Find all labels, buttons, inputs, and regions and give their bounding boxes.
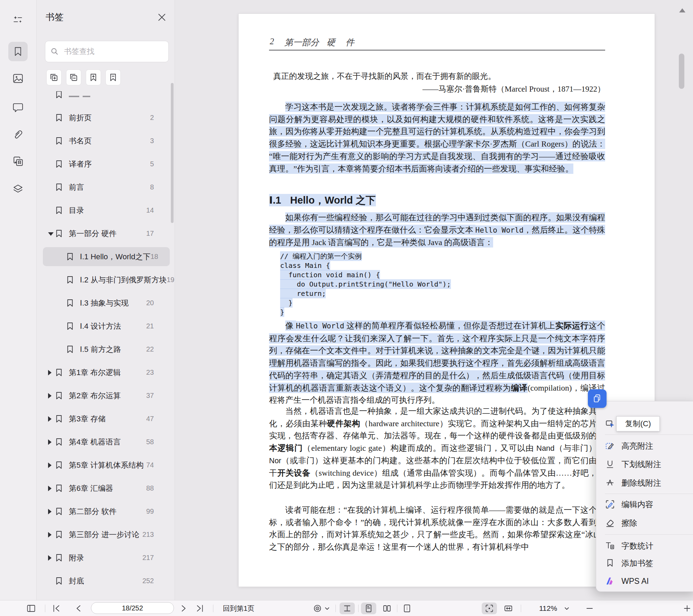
chevron-right-icon[interactable] <box>48 509 52 514</box>
collapse-all-button[interactable] <box>66 69 81 85</box>
menu-item-highlight-annotation[interactable]: 高亮附注 <box>596 438 693 454</box>
bookmark-item[interactable]: 第一部分 硬件17 <box>37 222 175 245</box>
bookmark-list-viewport: 前折页2书名页3译者序5前言8目录14第一部分 硬件17Ⅰ.1 Hello，Wo… <box>37 91 175 589</box>
zoom-chevron-icon[interactable] <box>564 600 570 616</box>
chevron-right-icon[interactable] <box>48 532 52 538</box>
menu-item-edit-content[interactable]: 编辑内容 <box>596 497 693 512</box>
comments-panel-icon[interactable] <box>8 98 28 117</box>
first-page-button[interactable] <box>51 600 62 616</box>
single-page-view-button[interactable] <box>361 603 376 614</box>
menu-item-add-bookmark[interactable]: 添加书签 <box>596 556 693 571</box>
continuous-scroll-button[interactable] <box>401 600 413 616</box>
paragraph-2: 如果你有一些编程经验，那么可能在过往的学习中遇到过类似下面的程序。如果没有编程经… <box>269 212 605 249</box>
back-to-first-page-button[interactable]: 回到第1页 <box>221 600 256 616</box>
zoom-out-button[interactable] <box>584 600 595 616</box>
bookmark-label: 附录 <box>69 553 84 563</box>
bookmark-search-box[interactable] <box>45 41 169 62</box>
bookmark-icon <box>65 345 75 354</box>
bookmark-item[interactable]: 第三部分 进一步讨论213 <box>37 523 175 546</box>
fit-width-button[interactable] <box>501 600 515 616</box>
bookmark-item[interactable]: Ⅰ.5 前方之路22 <box>37 338 175 361</box>
bookmark-item[interactable]: 附录217 <box>37 546 175 569</box>
ai-assistant-icon[interactable] <box>8 10 28 29</box>
add-bookmark-button[interactable] <box>86 69 101 85</box>
bookmark-item[interactable]: Ⅰ.1 Hello，World之下18 <box>37 245 175 268</box>
next-page-button[interactable] <box>178 600 189 616</box>
bookmark-item[interactable]: 目录14 <box>37 199 175 222</box>
view-mode-chevron-icon[interactable] <box>324 600 330 616</box>
bookmark-item[interactable]: 前言8 <box>37 176 175 199</box>
bookmark-item[interactable]: 书名页3 <box>37 129 175 152</box>
bookmark-label: 书名页 <box>69 136 92 146</box>
chevron-right-icon[interactable] <box>48 439 52 445</box>
pdf-page[interactable]: 2 第一部分 硬 件 真正的发现之旅，不在于寻找新的风景，而在于拥有新的眼光。 … <box>239 14 655 587</box>
bookmark-icon <box>54 414 64 423</box>
bookmark-label: Ⅰ.3 抽象与实现 <box>80 298 129 308</box>
header-rule <box>269 50 605 50</box>
bookmark-item[interactable]: 第2章 布尔运算37 <box>37 384 175 407</box>
layers-panel-icon[interactable] <box>8 180 28 199</box>
chevron-right-icon[interactable] <box>48 416 52 422</box>
bookmark-item[interactable]: 第3章 存储47 <box>37 407 175 430</box>
page-number-input[interactable] <box>91 602 174 614</box>
chevron-down-icon[interactable] <box>48 232 54 236</box>
bookmark-item[interactable]: Ⅰ.3 抽象与实现20 <box>37 291 175 315</box>
document-scrollbar[interactable] <box>679 54 684 89</box>
bookmark-item-partial[interactable] <box>37 91 175 106</box>
menu-item-wps-ai[interactable]: WPS AI <box>596 573 693 589</box>
bookmark-item[interactable]: 第4章 机器语言58 <box>37 430 175 454</box>
remove-bookmark-button[interactable] <box>105 69 121 85</box>
bookmark-item[interactable]: 译者序5 <box>37 152 175 176</box>
bookmark-item[interactable]: 第5章 计算机体系结构74 <box>37 454 175 477</box>
bookmark-item[interactable]: 第1章 布尔逻辑23 <box>37 361 175 384</box>
close-sidebar-icon[interactable] <box>157 12 167 22</box>
menu-item-erase[interactable]: 擦除 <box>596 515 693 531</box>
body-text: 开关设备 <box>277 468 311 477</box>
bookmark-page-number: 8 <box>150 183 154 191</box>
highlighted-text: 像 <box>285 320 296 331</box>
bookmark-label: 第三部分 进一步讨论 <box>69 530 139 540</box>
sidebar-scrollbar[interactable] <box>171 83 174 223</box>
zoom-in-button[interactable] <box>682 600 692 616</box>
attachments-panel-icon[interactable] <box>8 124 28 144</box>
chevron-right-icon[interactable] <box>48 370 52 375</box>
bookmark-item[interactable]: Ⅰ.4 设计方法21 <box>37 315 175 338</box>
fit-height-button[interactable] <box>340 603 355 614</box>
body-text: （elementary logic gate）构建而成的。而这些逻辑门，又可以由 <box>303 444 536 452</box>
chevron-right-icon[interactable] <box>48 463 52 468</box>
bookmark-search-input[interactable] <box>63 47 164 56</box>
bookmark-label: Ⅰ.4 设计方法 <box>80 321 121 332</box>
zoom-level-label[interactable]: 112% <box>534 600 562 616</box>
bookmark-item[interactable]: Ⅰ.2 从与非门到俄罗斯方块19 <box>37 268 175 291</box>
menu-item-word-count[interactable]: 字数统计 <box>596 538 693 553</box>
bookmark-item[interactable]: 第二部分 软件99 <box>37 500 175 523</box>
menu-item-strikethrough-annotation[interactable]: 删除线附注 <box>596 475 693 491</box>
copy-tooltip: 复制(C) <box>616 416 660 431</box>
chevron-right-icon[interactable] <box>48 393 52 399</box>
last-page-button[interactable] <box>194 600 205 616</box>
images-panel-icon[interactable] <box>8 69 28 88</box>
expand-all-button[interactable] <box>46 69 62 85</box>
bookmark-icon <box>54 159 64 169</box>
two-page-view-button[interactable] <box>380 600 394 616</box>
previous-page-button[interactable] <box>73 600 84 616</box>
chevron-right-icon[interactable] <box>48 486 52 491</box>
toggle-sidebar-icon[interactable] <box>26 600 37 616</box>
scroll-up-arrow-icon[interactable] <box>679 8 685 12</box>
extract-pages-icon[interactable] <box>8 152 28 171</box>
bookmark-item[interactable]: 前折页2 <box>37 106 175 129</box>
view-mode-eye-icon[interactable] <box>311 600 324 616</box>
bookmark-label: 封底 <box>69 576 84 586</box>
bookmark-icon <box>54 229 64 238</box>
bookmark-label: 第2章 布尔运算 <box>69 391 121 401</box>
menu-item-label: 高亮附注 <box>621 441 653 451</box>
floating-copy-button[interactable] <box>588 389 607 408</box>
heading-text: Ⅰ.1Hello，World 之下 <box>269 194 376 206</box>
bookmark-item[interactable]: 第6章 汇编器88 <box>37 477 175 500</box>
menu-item-underline-annotation[interactable]: 下划线附注 <box>596 457 693 472</box>
bookmark-item[interactable]: 封底252 <box>37 569 175 589</box>
left-icon-rail <box>0 0 37 600</box>
bookmarks-panel-icon[interactable] <box>8 42 28 61</box>
actual-size-button[interactable] <box>482 603 497 614</box>
chevron-right-icon[interactable] <box>48 555 52 561</box>
